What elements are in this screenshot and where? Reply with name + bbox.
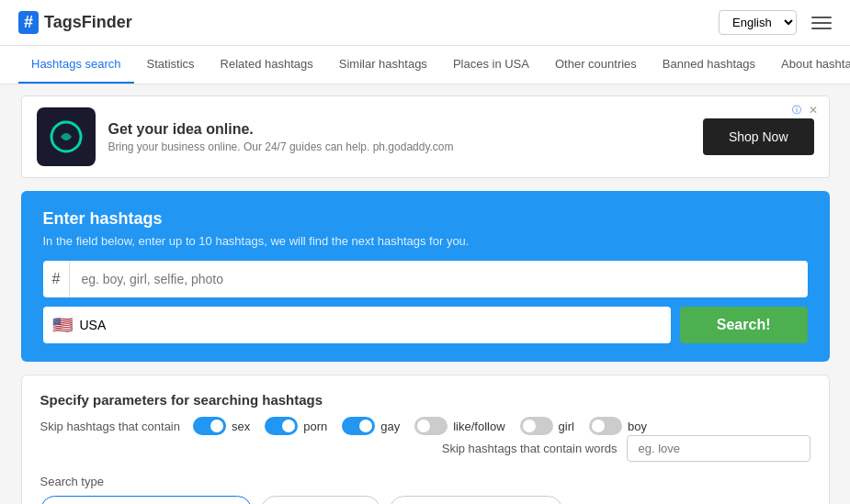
toggle-girl-label: girl <box>559 420 574 433</box>
toggle-gay-label: gay <box>380 420 400 433</box>
skip-hashtags-row: Skip hashtags that contain sex <box>40 417 810 462</box>
toggle-item-sex: sex <box>193 417 250 435</box>
skip-label: Skip hashtags that contain <box>40 420 181 433</box>
toggle-porn-label: porn <box>303 420 327 433</box>
nav-item-hashtags-search[interactable]: Hashtags search <box>18 46 134 84</box>
main-nav: Hashtags search Statistics Related hasht… <box>0 46 850 84</box>
toggle-boy[interactable] <box>589 417 622 435</box>
nav-item-statistics[interactable]: Statistics <box>134 46 208 84</box>
search-type-buttons: Related hashtags (recommended) Similar h… <box>40 496 810 504</box>
params-title: Specify parameters for searching hashtag… <box>40 392 810 408</box>
ad-text: Get your idea online. Bring your busines… <box>108 121 454 153</box>
toggle-likefollow[interactable] <box>414 417 448 435</box>
nav-item-places-usa[interactable]: Places in USA <box>440 46 542 84</box>
search-subtitle: In the field below, enter up to 10 hasht… <box>43 234 808 248</box>
hashtag-input[interactable] <box>70 264 807 294</box>
header-right: English <box>719 10 832 35</box>
hashtag-symbol: # <box>43 261 71 297</box>
ad-left: Get your idea online. Bring your busines… <box>37 107 454 166</box>
hashtag-input-row: # <box>43 261 808 297</box>
location-input-wrap: 🇺🇸 <box>43 307 671 343</box>
toggle-girl[interactable] <box>520 417 553 435</box>
location-input[interactable] <box>80 307 662 343</box>
ad-logo-icon <box>37 107 96 166</box>
nav-item-about-hashtags[interactable]: About hashtags <box>768 46 850 84</box>
toggle-sex-label: sex <box>232 420 250 433</box>
toggle-item-girl: girl <box>520 417 574 435</box>
ad-banner: Get your idea online. Bring your busines… <box>21 95 830 178</box>
search-button[interactable]: Search! <box>680 307 808 343</box>
skip-words-label: Skip hashtags that contain words <box>442 442 618 455</box>
logo-name: TagsFinder <box>44 13 132 32</box>
toggle-item-gay: gay <box>342 417 400 435</box>
main-content: Get your idea online. Bring your busines… <box>3 84 848 504</box>
toggle-porn[interactable] <box>265 417 298 435</box>
toggle-item-boy: boy <box>589 417 647 435</box>
search-type-label: Search type <box>40 475 810 488</box>
toggle-group: sex porn gay <box>193 417 647 435</box>
nav-item-related-hashtags[interactable]: Related hashtags <box>208 46 326 84</box>
type-btn-related-recommended[interactable]: Related hashtags (recommended) <box>40 496 253 504</box>
ad-subtitle: Bring your business online. Our 24/7 gui… <box>108 140 454 153</box>
search-section: Enter hashtags In the field below, enter… <box>21 191 830 362</box>
toggle-item-likefollow: like/follow <box>414 417 504 435</box>
toggle-sex[interactable] <box>193 417 226 435</box>
shop-now-button[interactable]: Shop Now <box>703 118 814 155</box>
toggle-boy-label: boy <box>628 420 647 433</box>
toggle-gay[interactable] <box>342 417 375 435</box>
toggle-likefollow-label: like/follow <box>453 420 504 433</box>
params-section: Specify parameters for searching hashtag… <box>21 375 830 504</box>
search-title: Enter hashtags <box>43 209 808 229</box>
location-row: 🇺🇸 Search! <box>43 307 808 343</box>
skip-words-input[interactable] <box>627 435 810 462</box>
hamburger-menu[interactable] <box>811 17 832 29</box>
nav-item-banned-hashtags[interactable]: Banned hashtags <box>650 46 768 84</box>
language-select[interactable]: English <box>719 10 797 35</box>
nav-item-similar-hashtags[interactable]: Similar hashtags <box>326 46 440 84</box>
type-btn-similar[interactable]: Similar hashtags <box>261 496 380 504</box>
nav-item-other-countries[interactable]: Other countries <box>542 46 650 84</box>
search-type-row: Search type Related hashtags (recommende… <box>40 475 810 504</box>
ad-info-icon[interactable]: ⓘ <box>792 104 801 117</box>
ad-close-icon[interactable]: ✕ <box>809 104 818 117</box>
logo-hash-icon: # <box>18 11 39 34</box>
usa-flag-icon: 🇺🇸 <box>52 315 73 335</box>
toggle-item-porn: porn <box>265 417 327 435</box>
logo: # TagsFinder <box>18 11 132 34</box>
type-btn-related-similar[interactable]: Related + similar hashtags <box>390 496 562 504</box>
ad-title: Get your idea online. <box>108 121 454 138</box>
header: # TagsFinder English <box>0 0 850 46</box>
